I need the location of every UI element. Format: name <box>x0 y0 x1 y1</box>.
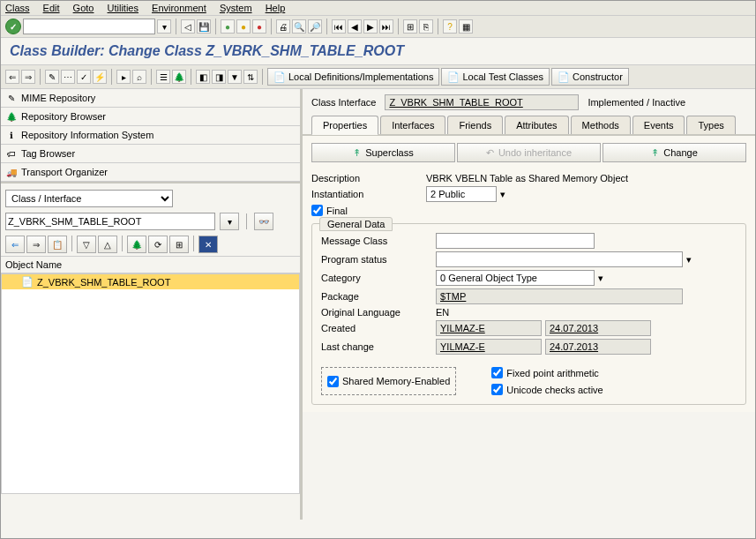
nav-mime[interactable]: ✎MIME Repository <box>1 89 300 108</box>
other-icon[interactable]: ⋯ <box>61 70 75 84</box>
new-session-icon[interactable]: ⊞ <box>403 19 417 34</box>
command-field[interactable] <box>23 19 155 34</box>
exit-icon[interactable]: ● <box>236 19 251 34</box>
set-icon[interactable]: ◧ <box>196 70 210 84</box>
shortcut-icon[interactable]: ⎘ <box>419 19 433 34</box>
tab-types[interactable]: Types <box>686 116 735 134</box>
tab-friends[interactable]: Friends <box>447 116 503 134</box>
fixed-point-checkbox[interactable] <box>491 367 503 378</box>
tab-properties[interactable]: Properties <box>311 116 378 135</box>
undo-icon: ↶ <box>486 147 494 159</box>
menu-class[interactable]: Class <box>5 3 30 13</box>
superclass-button[interactable]: ↟Superclass <box>311 143 455 162</box>
pattern-icon[interactable]: ◨ <box>212 70 226 84</box>
refresh-icon[interactable]: ⟳ <box>148 236 168 253</box>
package-value: $TMP <box>436 288 683 304</box>
local-test-button[interactable]: 📄Local Test Classes <box>441 68 550 86</box>
tab-attributes[interactable]: Attributes <box>505 116 568 134</box>
dropdown-icon[interactable]: ▾ <box>500 189 505 200</box>
dropdown-icon[interactable]: ▾ <box>686 254 692 266</box>
nav-right-icon[interactable]: ⇒ <box>26 236 46 253</box>
final-checkbox[interactable] <box>311 205 323 216</box>
doc-icon: 📄 <box>558 71 570 83</box>
enter-icon[interactable]: ✓ <box>5 19 21 34</box>
up-icon[interactable]: ▽ <box>77 236 96 253</box>
back-icon[interactable]: ◁ <box>181 19 195 34</box>
close-icon[interactable]: ✕ <box>198 236 218 253</box>
final-label: Final <box>326 206 348 216</box>
msgclass-field[interactable] <box>436 233 595 249</box>
find-next-icon[interactable]: 🔎 <box>308 19 322 34</box>
menu-help[interactable]: Help <box>266 3 286 13</box>
tab-interfaces[interactable]: Interfaces <box>380 116 445 134</box>
object-name-input[interactable] <box>5 213 215 230</box>
constructor-button[interactable]: 📄Constructor <box>551 68 629 86</box>
system-toolbar: ✓ ▾ ◁ 💾 ● ● ● 🖨 🔍 🔎 ⏮ ◀ ▶ ⏭ ⊞ ⎘ ? ▦ <box>1 16 755 38</box>
tree-icon: 🌲 <box>5 110 18 123</box>
prev-page-icon[interactable]: ◀ <box>348 19 362 34</box>
tree-icon[interactable]: 🌲 <box>172 70 186 84</box>
instantiation-field[interactable] <box>426 186 497 202</box>
shm-label: Shared Memory-Enabled <box>342 376 450 386</box>
layout-icon[interactable]: ▦ <box>459 19 473 34</box>
arrow-up-icon: ↟ <box>353 147 361 159</box>
class-interface-label: Class Interface <box>311 97 376 108</box>
nav-back-icon[interactable]: ⇐ <box>5 70 19 84</box>
tree-item[interactable]: 📄 Z_VBRK_SHM_TABLE_ROOT <box>2 274 299 289</box>
back-green-icon[interactable]: ● <box>221 19 235 34</box>
menu-environment[interactable]: Environment <box>152 3 206 13</box>
first-page-icon[interactable]: ⏮ <box>332 19 346 34</box>
local-def-button[interactable]: 📄Local Definitions/Implementations <box>267 68 439 86</box>
pencil-icon: ✎ <box>5 92 18 104</box>
last-page-icon[interactable]: ⏭ <box>379 19 393 34</box>
progstatus-label: Program status <box>321 254 436 265</box>
check-icon[interactable]: ✓ <box>77 70 91 84</box>
print-icon[interactable]: 🖨 <box>276 19 290 34</box>
tab-events[interactable]: Events <box>632 116 685 134</box>
nav-transport[interactable]: 🚚Transport Organizer <box>1 163 300 182</box>
nav-left-icon[interactable]: ⇐ <box>5 236 25 253</box>
progstatus-field[interactable] <box>436 251 683 267</box>
description-value: VBRK VBELN Table as Shared Memory Object <box>426 173 628 183</box>
tree1-icon[interactable]: 🌲 <box>127 236 146 253</box>
test-icon[interactable]: ▸ <box>116 70 131 84</box>
unicode-checkbox[interactable] <box>491 384 503 395</box>
nav-ris[interactable]: ℹRepository Information System <box>1 126 300 145</box>
dropdown-icon[interactable]: ▾ <box>598 273 603 284</box>
menu-edit[interactable]: Edit <box>43 3 60 13</box>
expand-icon[interactable]: ⊞ <box>169 236 189 253</box>
object-tree[interactable]: 📄 Z_VBRK_SHM_TABLE_ROOT <box>1 273 300 494</box>
general-data-group: General Data Message Class Program statu… <box>311 223 746 405</box>
shm-checkbox[interactable] <box>327 376 339 387</box>
activate-icon[interactable]: ⚡ <box>93 70 107 84</box>
find-icon[interactable]: 🔍 <box>292 19 306 34</box>
change-button[interactable]: ↟Change <box>603 143 746 162</box>
save-icon[interactable]: 💾 <box>197 19 211 34</box>
tab-methods[interactable]: Methods <box>571 116 631 134</box>
help-icon[interactable]: ? <box>443 19 457 34</box>
category-field[interactable] <box>436 270 595 286</box>
menu-utilities[interactable]: Utilities <box>108 3 138 13</box>
hierarchy-icon[interactable]: ☰ <box>156 70 170 84</box>
nav-repo[interactable]: 🌲Repository Browser <box>1 108 300 126</box>
history-icon[interactable]: 📋 <box>48 236 67 253</box>
glasses-icon[interactable]: 👓 <box>254 213 273 230</box>
nav-tag[interactable]: 🏷Tag Browser <box>1 145 300 163</box>
menu-system[interactable]: System <box>220 3 252 13</box>
where-used-icon[interactable]: ⌕ <box>132 70 146 84</box>
object-type-select[interactable]: Class / Interface <box>5 190 173 207</box>
menu-goto[interactable]: Goto <box>73 3 94 13</box>
dropdown-icon[interactable]: ▾ <box>220 213 239 230</box>
sort-icon[interactable]: ⇅ <box>243 70 258 84</box>
nav-fwd-icon[interactable]: ⇒ <box>21 70 35 84</box>
next-page-icon[interactable]: ▶ <box>363 19 378 34</box>
cancel-icon[interactable]: ● <box>252 19 266 34</box>
category-label: Category <box>321 273 436 283</box>
instantiation-label: Instantiation <box>311 189 426 199</box>
package-label: Package <box>321 291 436 302</box>
home-icon[interactable]: △ <box>98 236 117 253</box>
status-label: Implemented / Inactive <box>588 97 685 108</box>
display-icon[interactable]: ✎ <box>45 70 59 84</box>
filter-icon[interactable]: ▼ <box>228 70 242 84</box>
dropdown-icon[interactable]: ▾ <box>157 19 171 34</box>
